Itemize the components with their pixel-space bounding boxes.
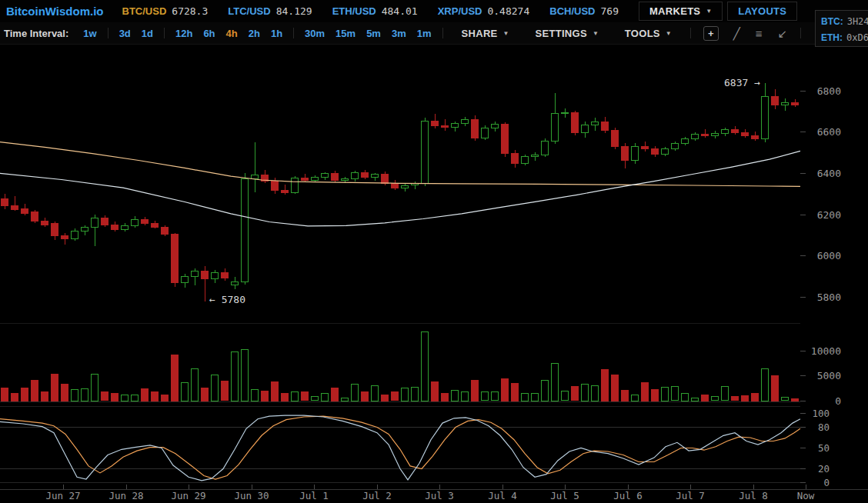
svg-text:Jul 3: Jul 3 — [425, 490, 454, 501]
btc-address-value: 3H24h — [847, 16, 868, 27]
toolbar-divider — [442, 28, 443, 38]
svg-text:6600: 6600 — [817, 126, 841, 138]
ticker-price-value: 484.01 — [382, 5, 418, 17]
svg-text:Now: Now — [797, 490, 815, 501]
chevron-down-icon: ▼ — [593, 30, 599, 37]
svg-text:0: 0 — [835, 395, 841, 407]
ticker-xrp-usd[interactable]: XRP/USD0.48274 — [433, 3, 535, 19]
interval-5m[interactable]: 5m — [366, 28, 381, 39]
svg-text:Jul 1: Jul 1 — [299, 490, 329, 501]
brand-logo[interactable]: BitcoinWisdom.io — [6, 5, 104, 18]
interval-3d[interactable]: 3d — [119, 28, 131, 39]
btc-address-row: BTC:3H24h — [821, 13, 868, 29]
chevron-down-icon: ▼ — [503, 30, 509, 37]
ticker-price-value: 84.129 — [276, 5, 312, 17]
svg-text:50: 50 — [818, 442, 830, 454]
interval-15m[interactable]: 15m — [336, 28, 356, 39]
svg-text:20: 20 — [818, 463, 830, 475]
menu-label: SHARE — [462, 28, 498, 39]
svg-text:6000: 6000 — [817, 250, 841, 261]
top-header-bar: BitcoinWisdom.io BTC/USD6728.3LTC/USD84.… — [0, 0, 868, 22]
toolbar-divider — [164, 28, 165, 38]
interval-1m[interactable]: 1m — [417, 28, 432, 39]
ticker-eth-usd[interactable]: ETH/USD484.01 — [328, 3, 422, 19]
menu-label: TOOLS — [625, 28, 660, 39]
ticker-price-value: 769 — [600, 5, 618, 17]
chart-canvas[interactable]: 6800660064006200600058001000050000100805… — [0, 45, 868, 503]
drawing-tools: +╱≡↙ — [696, 26, 795, 41]
interval-2h[interactable]: 2h — [249, 28, 260, 39]
svg-text:6400: 6400 — [817, 168, 841, 179]
horizontal-lines-tool-icon[interactable]: ≡ — [756, 28, 763, 39]
markets-menu[interactable]: MARKETS ▼ — [639, 2, 723, 21]
toolbar-divider — [293, 28, 294, 38]
svg-text:6800: 6800 — [817, 85, 841, 97]
menu-share[interactable]: SHARE▼ — [462, 28, 509, 39]
eth-address-row: ETH:0xD68 — [821, 29, 868, 45]
interval-1d[interactable]: 1d — [142, 28, 153, 39]
chart-toolbar: Time Interval: 1w3d1d12h6h4h2h1h30m15m5m… — [0, 22, 868, 45]
svg-text:← 5780: ← 5780 — [209, 294, 245, 305]
svg-text:Jul 8: Jul 8 — [739, 490, 768, 501]
interval-3m[interactable]: 3m — [392, 28, 406, 39]
ticker-list: BTC/USD6728.3LTC/USD84.129ETH/USD484.01X… — [118, 3, 634, 19]
svg-text:5800: 5800 — [817, 291, 841, 303]
ticker-btc-usd[interactable]: BTC/USD6728.3 — [118, 3, 213, 19]
svg-text:Jul 2: Jul 2 — [362, 490, 392, 501]
svg-text:6837 →: 6837 → — [724, 77, 760, 88]
markets-menu-label: MARKETS — [649, 5, 700, 17]
svg-text:Jun 29: Jun 29 — [171, 490, 205, 501]
interval-6h[interactable]: 6h — [203, 28, 215, 39]
menu-list: SHARE▼SETTINGS▼TOOLS▼ — [449, 28, 685, 39]
toolbar-divider — [690, 28, 691, 38]
ticker-pair-label: XRP/USD — [438, 5, 482, 17]
layouts-button[interactable]: LAYOUTS — [727, 2, 797, 21]
interval-4h[interactable]: 4h — [226, 28, 238, 39]
svg-text:0: 0 — [823, 477, 830, 488]
svg-text:Jun 28: Jun 28 — [108, 490, 143, 501]
svg-text:100: 100 — [812, 408, 830, 419]
svg-text:Jul 5: Jul 5 — [550, 490, 579, 501]
interval-list: 1w3d1d12h6h4h2h1h30m15m5m3m1m — [78, 28, 448, 39]
svg-text:6200: 6200 — [817, 209, 841, 221]
ticker-price-value: 0.48274 — [487, 5, 529, 17]
time-interval-label: Time Interval: — [4, 28, 68, 39]
svg-text:Jul 7: Jul 7 — [676, 490, 705, 501]
ticker-pair-label: LTC/USD — [228, 5, 270, 17]
svg-text:80: 80 — [818, 421, 830, 433]
crosshair-icon[interactable]: + — [703, 26, 719, 41]
btc-address-label: BTC: — [821, 16, 843, 27]
ticker-pair-label: ETH/USD — [332, 5, 376, 17]
toolbar-divider — [800, 28, 801, 38]
arrow-tool-icon[interactable]: ↙ — [778, 28, 788, 39]
trendline-tool-icon[interactable]: ╱ — [733, 28, 740, 39]
svg-text:Jul 6: Jul 6 — [613, 490, 643, 501]
toolbar-divider — [108, 28, 108, 38]
menu-settings[interactable]: SETTINGS▼ — [535, 28, 598, 39]
svg-text:Jun 30: Jun 30 — [234, 490, 269, 501]
svg-text:10000: 10000 — [811, 345, 841, 357]
eth-address-label: ETH: — [821, 32, 843, 43]
interval-30m[interactable]: 30m — [305, 28, 325, 39]
address-info-box: BTC:3H24h ETH:0xD68 — [815, 10, 868, 47]
chevron-down-icon: ▼ — [666, 30, 672, 37]
ticker-ltc-usd[interactable]: LTC/USD84.129 — [223, 3, 316, 19]
layouts-button-label: LAYOUTS — [738, 5, 786, 17]
price-volume-oscillator-chart: 6800660064006200600058001000050000100805… — [0, 45, 868, 503]
ticker-pair-label: BCH/USD — [549, 5, 595, 17]
interval-12h[interactable]: 12h — [175, 28, 192, 39]
ticker-pair-label: BTC/USD — [122, 5, 167, 17]
chevron-down-icon: ▼ — [706, 8, 712, 15]
menu-tools[interactable]: TOOLS▼ — [625, 28, 672, 39]
svg-text:5000: 5000 — [817, 370, 841, 381]
menu-label: SETTINGS — [535, 28, 586, 39]
svg-text:Jul 4: Jul 4 — [488, 490, 517, 501]
eth-address-value: 0xD68 — [846, 32, 868, 43]
interval-1w[interactable]: 1w — [83, 28, 96, 39]
ticker-price-value: 6728.3 — [172, 5, 208, 17]
svg-text:Jun 27: Jun 27 — [45, 490, 80, 501]
interval-1h[interactable]: 1h — [271, 28, 282, 39]
ticker-bch-usd[interactable]: BCH/USD769 — [545, 3, 623, 19]
